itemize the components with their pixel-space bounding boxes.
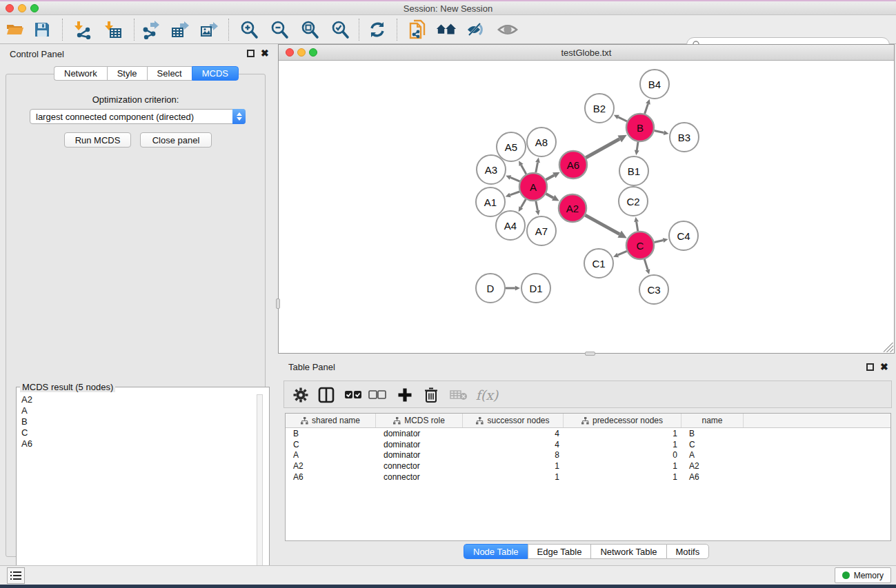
edge-A-A8[interactable] — [536, 163, 538, 173]
application-window: Session: New Session — [0, 0, 896, 588]
edge-A-A2[interactable] — [546, 194, 553, 198]
arrowhead-icon — [646, 269, 650, 274]
eye-icon — [497, 21, 518, 38]
edge-A-A7[interactable] — [536, 201, 538, 211]
table-cell: 1 — [564, 461, 681, 471]
resize-grip-icon[interactable] — [884, 343, 893, 352]
memory-button[interactable]: Memory — [835, 567, 891, 583]
export-table-button[interactable] — [170, 19, 190, 40]
import-network-button[interactable] — [72, 19, 93, 40]
network-view-window: testGlobe.txt AA6A2BCA5A8A3A1A4A7B4B2B3B… — [278, 44, 895, 354]
mcds-result-item[interactable]: C — [17, 427, 255, 438]
network-graph-canvas[interactable]: AA6A2BCA5A8A3A1A4A7B4B2B3B1C2C4C1C3DD1 — [279, 61, 894, 353]
table-cell: C — [681, 440, 744, 449]
delete-column-button[interactable] — [421, 385, 441, 405]
run-mcds-button[interactable]: Run MCDS — [64, 132, 131, 148]
edge-C-C4[interactable] — [654, 241, 663, 243]
edge-A-A3[interactable] — [510, 177, 520, 181]
column-header-predecessor-nodes[interactable]: predecessor nodes — [564, 414, 681, 427]
network-from-file-button[interactable] — [407, 19, 428, 40]
network-window-titlebar[interactable]: testGlobe.txt — [279, 45, 894, 61]
bottom-splitter-handle[interactable] — [585, 352, 595, 356]
export-network-button[interactable] — [140, 19, 161, 40]
float-panel-icon[interactable] — [247, 50, 255, 57]
table-cell: dominator — [376, 440, 463, 449]
edge-A2-C[interactable] — [585, 215, 619, 234]
deselect-all-button[interactable] — [367, 385, 388, 405]
edge-A6-B[interactable] — [586, 139, 619, 158]
mcds-result-item[interactable]: A6 — [17, 438, 255, 449]
tab-node-table[interactable]: Node Table — [464, 544, 528, 559]
edge-A-A1[interactable] — [510, 192, 519, 195]
refresh-button[interactable] — [367, 19, 388, 40]
zoom-out-button[interactable] — [269, 19, 290, 40]
close-panel-button[interactable]: Close panel — [140, 132, 212, 148]
checked-boxes-icon — [344, 389, 362, 401]
table-settings-button[interactable] — [290, 385, 311, 405]
add-column-button[interactable] — [395, 385, 415, 405]
split-columns-button[interactable] — [316, 385, 337, 405]
float-table-panel-icon[interactable] — [866, 363, 874, 371]
hide-labels-button[interactable] — [466, 19, 486, 40]
table-row[interactable]: Cdominator41C — [286, 439, 890, 450]
mcds-result-list[interactable]: A2ABCA6 — [17, 394, 255, 588]
edge-B-B3[interactable] — [655, 130, 664, 132]
edge-C-C1[interactable] — [618, 251, 627, 255]
toolbar-separator — [134, 19, 135, 41]
table-cell: A2 — [286, 461, 376, 471]
edge-B-B2[interactable] — [618, 117, 627, 121]
table-row[interactable]: Adominator80A — [286, 449, 890, 460]
edge-A-A5[interactable] — [521, 165, 526, 174]
mcds-result-item[interactable]: A2 — [17, 394, 255, 405]
column-header-shared-name[interactable]: shared name — [286, 414, 376, 427]
criterion-dropdown[interactable]: largest connected component (directed) — [30, 109, 246, 124]
edge-B-B4[interactable] — [645, 104, 648, 114]
node-label-A7: A7 — [535, 225, 548, 237]
close-panel-icon[interactable]: ✖ — [261, 50, 269, 57]
edge-C-C3[interactable] — [644, 259, 648, 270]
export-image-button[interactable] — [199, 19, 219, 40]
zoom-selected-button[interactable] — [330, 19, 350, 40]
zoom-in-button[interactable] — [239, 19, 259, 40]
tab-motifs[interactable]: Motifs — [666, 544, 710, 559]
table-row[interactable]: A6connector11A6 — [286, 472, 890, 483]
tab-select[interactable]: Select — [147, 66, 192, 81]
show-eye-button[interactable] — [497, 19, 518, 40]
function-builder-button[interactable]: f(x) — [472, 385, 502, 405]
zoom-fit-button[interactable] — [299, 19, 320, 40]
save-session-button[interactable] — [32, 19, 52, 40]
column-header-successor-nodes[interactable]: successor nodes — [463, 414, 564, 427]
table-row[interactable]: Bdominator41B — [286, 428, 890, 439]
close-table-panel-icon[interactable]: ✖ — [880, 363, 888, 371]
column-type-icon — [476, 417, 484, 425]
home-button[interactable] — [436, 19, 457, 40]
delete-table-button[interactable] — [448, 385, 469, 405]
node-table: shared nameMCDS rolesuccessor nodesprede… — [285, 413, 891, 541]
edge-A-A4[interactable] — [521, 199, 526, 207]
column-header-MCDS-role[interactable]: MCDS role — [376, 414, 463, 427]
column-header-name[interactable]: name — [681, 414, 744, 427]
mcds-result-item[interactable]: A — [17, 405, 255, 416]
tab-style[interactable]: Style — [107, 66, 147, 81]
edge-A-A6[interactable] — [546, 175, 554, 180]
left-splitter-handle[interactable] — [276, 298, 280, 309]
select-all-button[interactable] — [343, 385, 364, 405]
tab-edge-table[interactable]: Edge Table — [528, 544, 591, 559]
plus-icon — [397, 387, 412, 403]
task-history-button[interactable] — [7, 567, 25, 584]
edge-B-B1[interactable] — [637, 142, 638, 150]
memory-label: Memory — [854, 571, 884, 580]
table-row[interactable]: A2connector11A2 — [286, 460, 890, 472]
node-label-A2: A2 — [566, 203, 579, 214]
edge-C-C2[interactable] — [637, 222, 638, 231]
window-title: Session: New Session — [0, 3, 896, 14]
table-cell: 1 — [564, 472, 681, 482]
tab-mcds[interactable]: MCDS — [192, 66, 239, 81]
open-session-button[interactable] — [5, 19, 26, 40]
table-cell: 1 — [564, 429, 681, 438]
import-table-button[interactable] — [103, 19, 123, 40]
tab-network-table[interactable]: Network Table — [590, 544, 666, 559]
mcds-result-item[interactable]: B — [17, 416, 255, 427]
result-list-scrollbar[interactable] — [257, 394, 263, 588]
tab-network[interactable]: Network — [54, 66, 107, 81]
